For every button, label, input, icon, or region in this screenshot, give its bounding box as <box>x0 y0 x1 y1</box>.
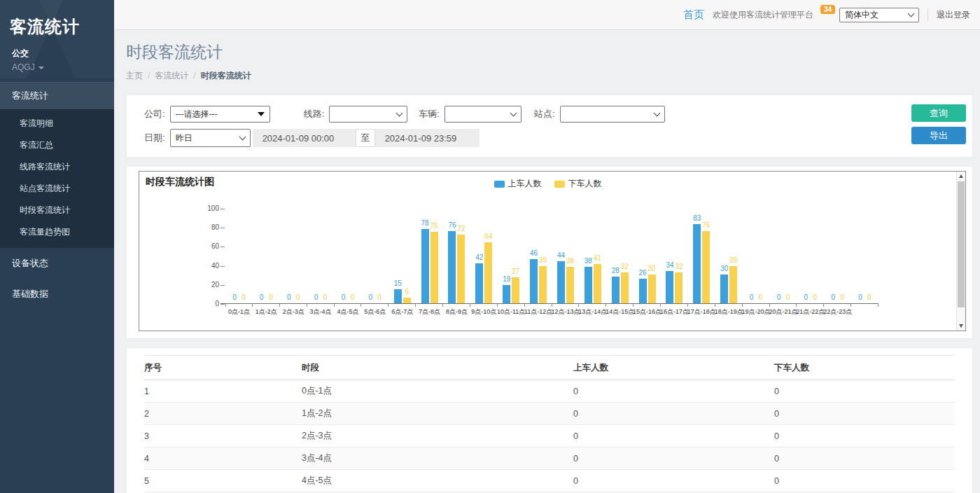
y-axis-tick <box>220 266 225 267</box>
x-axis-tick <box>796 304 797 307</box>
breadcrumb-home[interactable]: 主页 <box>126 71 143 81</box>
scroll-down-arrow[interactable] <box>957 321 965 331</box>
logout-link[interactable]: 退出登录 <box>937 9 970 21</box>
y-axis-tick <box>220 285 225 286</box>
x-axis-tick <box>470 304 470 307</box>
breadcrumb-passenger-stats[interactable]: 客流统计 <box>155 71 188 81</box>
bar-value-label: 0 <box>351 293 355 301</box>
breadcrumb-separator: / <box>148 71 150 81</box>
query-button[interactable]: 查询 <box>911 104 966 122</box>
bar-value-label: 0 <box>804 293 808 301</box>
chart-category: 0021点-22点 <box>797 209 824 303</box>
bar-value-label: 0 <box>813 293 818 301</box>
account-menu[interactable]: AQGJ <box>0 60 114 82</box>
x-axis-tick <box>687 304 688 307</box>
chart-category: 001点-2点 <box>253 209 280 303</box>
bar-alighting: 75 <box>430 232 438 303</box>
sidebar-submenu-item[interactable]: 客流量趋势图 <box>0 221 114 243</box>
y-axis-label: 80 <box>198 223 219 231</box>
table-cell: 0 <box>774 380 955 403</box>
bar-value-label: 0 <box>378 293 382 301</box>
bar-boarding: 83 <box>693 224 701 303</box>
x-axis-tick <box>252 304 253 307</box>
x-axis-tick <box>334 304 335 307</box>
y-axis-label: 40 <box>198 262 219 270</box>
chart-category: 78757点-8点 <box>416 209 443 303</box>
x-axis-tick <box>552 304 552 307</box>
bar-value-label: 0 <box>858 293 862 301</box>
chart-category: 384113点-14点 <box>579 209 606 303</box>
bar-alighting: 64 <box>484 242 492 303</box>
bar-boarding: 15 <box>394 289 402 303</box>
language-select[interactable]: 简体中文 <box>839 8 919 22</box>
sidebar-submenu-item[interactable]: 线路客流统计 <box>0 156 114 178</box>
bar-value-label: 0 <box>314 293 318 301</box>
bar-alighting: 30 <box>648 275 656 303</box>
sidebar: 客流统计 公交 AQGJ 客流统计 客流明细客流汇总线路客流统计站点客流统计时段… <box>0 0 114 493</box>
y-axis-label: 0 <box>198 300 219 307</box>
bar-boarding: 19 <box>503 285 510 303</box>
bar-boarding: 38 <box>584 267 592 303</box>
sidebar-item-passenger-stats[interactable]: 客流统计 <box>0 82 114 109</box>
bar-value-label: 27 <box>512 268 519 275</box>
line-select[interactable] <box>329 106 407 123</box>
triangle-down-icon <box>258 112 265 116</box>
chevron-down-icon <box>653 110 660 117</box>
sidebar-submenu-item[interactable]: 时段客流统计 <box>0 200 114 221</box>
station-select[interactable] <box>560 106 665 123</box>
chart-category: 0020点-21点 <box>770 209 797 303</box>
bar-value-label: 0 <box>369 293 373 301</box>
x-axis-tick <box>850 304 851 307</box>
bar-value-label: 0 <box>840 293 844 301</box>
table-cell: 1 <box>144 380 302 403</box>
scroll-up-arrow[interactable] <box>957 172 965 181</box>
sidebar-item[interactable]: 设备状态 <box>0 248 114 279</box>
date-preset-select[interactable]: 昨日 <box>170 129 251 147</box>
scrollbar-thumb[interactable] <box>958 181 965 307</box>
bar-boarding: 46 <box>530 259 538 303</box>
table-cell: 5 <box>144 470 302 492</box>
sidebar-submenu-item[interactable]: 客流汇总 <box>0 134 114 156</box>
table-cell: 0点-1点 <box>302 380 573 403</box>
bar-group: 3432 <box>666 271 682 303</box>
x-axis-tick <box>715 304 715 307</box>
x-axis-label: 13点-14点 <box>578 307 607 317</box>
x-axis-tick <box>633 304 634 307</box>
table-cell: 4点-5点 <box>302 470 573 492</box>
bar-alighting: 27 <box>512 277 519 303</box>
chart-category: 004点-5点 <box>335 209 362 303</box>
bar-group: 7672 <box>448 231 465 303</box>
x-axis-label: 17点-18点 <box>687 307 716 317</box>
sidebar-submenu-item[interactable]: 客流明细 <box>0 113 114 134</box>
chart-category: 42649点-10点 <box>470 209 498 303</box>
legend-item[interactable]: 下车人数 <box>554 178 602 190</box>
export-button[interactable]: 导出 <box>911 127 966 144</box>
sidebar-item[interactable]: 基础数据 <box>0 279 114 310</box>
bar-boarding: 76 <box>448 231 456 303</box>
vehicle-label: 车辆: <box>419 108 440 120</box>
date-from-input[interactable]: 2024-01-09 00:00 <box>253 129 356 147</box>
chevron-down-icon <box>908 11 915 18</box>
bar-value-label: 26 <box>639 269 647 277</box>
bar-boarding: 78 <box>421 229 429 303</box>
company-select[interactable]: ---请选择--- <box>170 106 270 123</box>
filter-panel: 公司: ---请选择--- 线路: 车辆: 站点: 日期: <box>126 95 973 158</box>
topbar-divider <box>927 8 928 21</box>
x-axis-label: 4点-5点 <box>337 307 358 317</box>
y-axis-tick <box>220 209 225 209</box>
vehicle-select[interactable] <box>444 106 522 123</box>
chart-category: 000点-1点 <box>225 209 253 303</box>
date-to-input[interactable]: 2024-01-09 23:59 <box>375 129 479 147</box>
line-label: 线路: <box>304 108 325 120</box>
table-cell: 0 <box>774 447 955 470</box>
bar-value-label: 44 <box>557 251 565 259</box>
breadcrumb: 主页/客流统计/时段客流统计 <box>126 70 968 82</box>
bar-group: 8376 <box>693 224 710 303</box>
home-link[interactable]: 首页 <box>683 8 704 22</box>
bar-group: 4438 <box>557 261 574 303</box>
legend-item[interactable]: 上车人数 <box>494 178 542 190</box>
chart-scrollbar[interactable] <box>956 172 965 331</box>
filter-row-2: 日期: 昨日 2024-01-09 00:00 至 2024-01-09 23:… <box>144 129 902 147</box>
chart-category: 443812点-13点 <box>552 209 580 303</box>
sidebar-submenu-item[interactable]: 站点客流统计 <box>0 178 114 200</box>
